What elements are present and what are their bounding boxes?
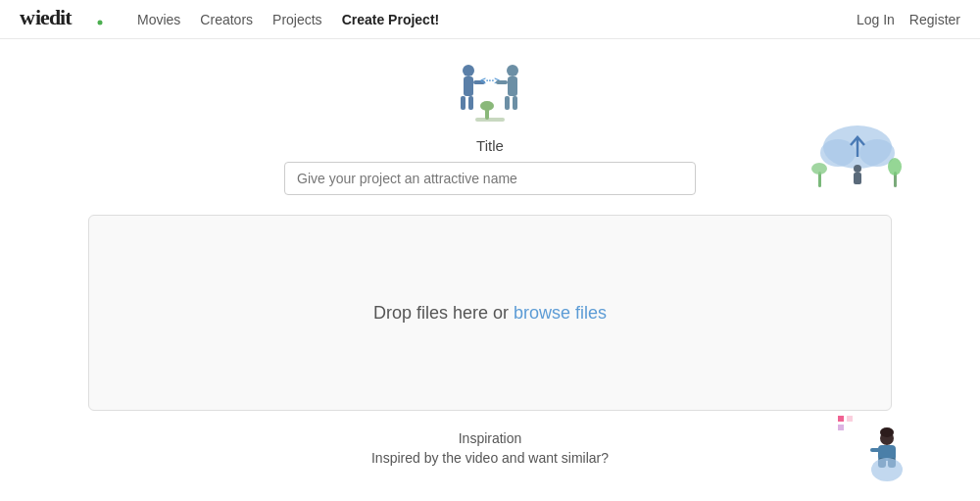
inspiration-subtext: Inspired by the video and want similar? [371,450,609,466]
svg-point-21 [854,165,861,173]
svg-rect-12 [513,96,517,110]
svg-rect-27 [838,416,844,422]
dropzone[interactable]: Drop files here or browse files [88,215,892,411]
inspiration-section: Inspiration Inspired by the video and wa… [88,430,892,466]
sitting-figure-illustration [833,411,911,489]
svg-point-18 [820,139,856,167]
nav-movies[interactable]: Movies [137,12,180,27]
svg-rect-28 [847,416,853,422]
svg-rect-11 [505,96,510,110]
svg-point-31 [880,427,894,437]
main-content: <···> Title [49,39,931,501]
svg-rect-6 [468,96,473,110]
cloud-illustration [804,118,911,196]
login-link[interactable]: Log In [857,12,895,27]
logo: w iedit [20,3,108,36]
svg-point-24 [811,163,827,175]
navbar: w iedit Movies Creators Projects Create … [0,0,980,39]
svg-rect-4 [464,76,473,96]
nav-links: Movies Creators Projects Create Project! [137,12,857,27]
nav-right: Log In Register [857,12,960,27]
svg-rect-29 [838,425,844,430]
svg-point-16 [480,101,494,111]
svg-rect-10 [508,76,517,96]
svg-text:iedit: iedit [35,5,73,29]
browse-files-link[interactable]: browse files [514,303,607,323]
svg-point-9 [507,65,518,76]
svg-point-26 [888,158,902,175]
nav-creators[interactable]: Creators [200,12,253,27]
svg-text:w: w [20,5,35,29]
title-input[interactable] [284,162,696,195]
register-link[interactable]: Register [909,12,960,27]
svg-point-35 [871,458,903,481]
nav-projects[interactable]: Projects [272,12,322,27]
coder-illustration: <···> [451,59,529,127]
svg-rect-5 [461,96,466,110]
nav-create-project[interactable]: Create Project! [342,12,440,27]
title-label: Title [476,137,504,154]
svg-rect-36 [870,448,880,452]
header-section: <···> Title [88,59,892,195]
svg-point-3 [463,65,474,76]
svg-point-2 [98,20,103,25]
svg-rect-14 [475,118,505,122]
dropzone-text: Drop files here or browse files [373,303,607,324]
inspiration-label: Inspiration [459,430,522,446]
svg-rect-13 [496,80,508,84]
svg-rect-22 [854,173,861,184]
